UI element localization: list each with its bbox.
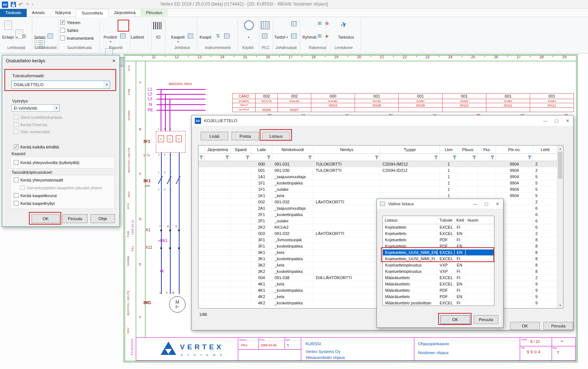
column-filter[interactable] [251,154,272,161]
table-row[interactable]: MääräluetteloPDFEN [383,294,494,300]
checkbox-yleinen[interactable]: Yleinen [60,20,81,25]
plc-icon[interactable] [261,21,270,29]
scroll-down-icon[interactable]: ▼ [557,302,563,308]
checkbox-keraa-flowsta[interactable]: Kerää Flow'sta [14,122,47,127]
kaapit-button[interactable]: Kaapit [200,35,211,39]
combo-caret-icon[interactable]: ▾ [53,105,59,111]
plc-edit-icon[interactable] [262,33,267,39]
tab-arkisto[interactable]: Arkisto [27,9,50,17]
column-filter[interactable] [478,154,496,161]
delete-button[interactable]: Poista [231,132,259,140]
log-delete-icon[interactable] [47,33,53,39]
table-row[interactable]: 001091-030TULOKORTTIC200H-ID212199042 [198,167,563,174]
column-header[interactable] [198,146,205,153]
ok-button[interactable]: OK [32,214,60,223]
group-remove-icon[interactable]: ⊗ [325,21,329,26]
checkbox-siirra-tuotetietokantaan[interactable]: Siirrä tuotetietokantaan [14,115,62,120]
kaapeli-caret-icon[interactable]: ▾ [177,40,179,43]
add-button[interactable]: Lisää [201,132,228,140]
table-row[interactable]: 1F1_sulake199045 [198,186,563,193]
scrollbar-thumb[interactable] [558,152,562,179]
kaapeli-button[interactable]: Kaapeli [171,35,185,39]
checkbox-instrumentointi[interactable]: Instrumentointi [60,36,93,40]
column-header[interactable]: Lkm [440,146,458,153]
output-format-select[interactable]: OSALUETTELO ▾ [12,81,110,89]
app-icon[interactable]: ED [2,1,8,8]
column-header[interactable]: Lehti [533,146,558,153]
column-header[interactable]: Tuloste [437,216,454,224]
titlebar[interactable]: ED ↶ ↷ ▾ Vertex ED 2019 / 25.0.03 (beta)… [0,0,588,9]
checkbox-keraa-kaapelihyllyt[interactable]: Kerää kaapelihyllyt [14,201,55,206]
redo-icon[interactable]: ↷ [25,2,29,7]
minimize-icon[interactable]: — [540,115,551,126]
table-row[interactable]: 1K1_kela199045 [198,193,563,199]
checkbox-keraa-yhteysviivoilta[interactable]: Kerää yhteysviivoilta (kytketyiltä) [14,160,79,165]
io-button[interactable]: IO [156,35,161,39]
column-header[interactable]: Piir.no. [496,146,533,153]
column-filter[interactable] [496,154,533,161]
close-icon[interactable]: ✕ [562,115,573,126]
column-header[interactable]: Kieli [454,216,466,224]
vertical-scrollbar[interactable]: ▲ ▼ [557,146,563,308]
checkbox-keraa-yhteysmateriaalit[interactable]: Kerää yhteysmateriaalit [14,177,63,182]
column-header[interactable]: Tyyppi [380,146,440,153]
close-icon[interactable]: ✕ [112,58,116,63]
listing-button[interactable]: Listaus [262,132,290,140]
column-header[interactable]: Listaus [383,216,437,224]
column-filter[interactable] [231,154,251,161]
undo-icon[interactable]: ↶ [19,2,23,7]
table-row[interactable]: KojeluettelopiirustusVXPFI [383,268,494,275]
ok-button[interactable]: OK [440,315,470,324]
tab-suunnittelu[interactable]: Suunnittelu [76,9,109,17]
checkbox-keraa-kaapelikourut[interactable]: Kerää kaapelikourut [14,193,57,198]
kaytot-motor-icon[interactable] [244,20,254,30]
column-filter[interactable] [458,154,478,161]
report-settings-icon[interactable] [120,33,126,39]
column-filter[interactable] [440,154,458,161]
maximize-icon[interactable]: ▢ [551,115,562,126]
table-row[interactable]: 1A1_taajuusmuuttaja199045 [198,174,563,180]
table-row[interactable]: MääräluetteloEXCELEN [383,281,494,287]
ok-button[interactable]: OK [510,322,540,330]
scroll-up-icon[interactable]: ▲ [557,146,563,151]
column-header[interactable]: Huom [466,216,494,224]
kojeluettelo-titlebar[interactable]: ED KOJELUETTELO — ▢ ✕ [192,115,573,126]
qat-customize-icon[interactable]: ▾ [32,3,34,6]
harness-table-icon[interactable] [291,33,297,39]
cancel-button[interactable]: Peruuta [62,214,88,223]
batch-run-icon[interactable] [4,21,12,30]
table-row[interactable]: KojeluetteloPDFFI [383,237,494,243]
column-filter[interactable] [198,154,205,161]
table-row[interactable]: KojeluettelopiirustusVXPEN [383,262,494,268]
checkbox-vain-numeroidut[interactable]: Vain numeroidut [14,129,50,134]
column-header[interactable]: Yks. [478,146,496,153]
cancel-button[interactable]: Peruuta [474,315,498,324]
laitteet-button[interactable]: Laitteet [131,35,144,39]
tab-jarjestelma[interactable]: Järjestelmä [109,9,141,17]
kaytot-caret-icon[interactable]: ▾ [248,36,249,39]
checkbox-keraa-kaikilta-lehdilta[interactable]: Kerää kaikilta lehdiltä [14,144,59,149]
table-row[interactable]: KojeluetteloEXCELFI [383,224,494,231]
column-header[interactable]: Sijainti [231,146,251,153]
tab-tiedosto[interactable]: Tiedosto [0,9,27,17]
table-row[interactable]: Kojeluettelo_UUSI_NIMI_FIEXCELFI [383,256,494,262]
maximize-icon[interactable]: ▢ [481,199,492,209]
table-row[interactable]: 000091-031TULOKORTTIC200H-IM212199042 [198,161,563,167]
positiot-caret-icon[interactable]: ▾ [110,40,111,43]
sheet-gear-icon[interactable]: ⚙ [22,33,26,39]
instrument-updown-icon[interactable]: ⇅ [216,33,220,38]
table-row[interactable]: MääräluetteloPDFFI [383,287,494,294]
tab-piirustus[interactable]: Piirustus [141,9,167,17]
column-filter[interactable] [205,154,231,161]
column-header[interactable]: Laite [251,146,272,153]
cable-grid-icon[interactable] [188,33,193,39]
positiot-button[interactable]: Positiot [104,35,117,39]
table-row[interactable]: KojeluetteloPDFEN [383,243,494,249]
group-diamond-icon[interactable]: ◈ [325,33,329,38]
eraajo-caret-icon[interactable]: ▾ [16,36,18,39]
osaluettelo-titlebar[interactable]: Osaluettelon keräys ✕ [2,55,119,66]
checkbox-samantyyppisten[interactable]: Samantyyppisten kaapelien pituudet yhtee… [20,185,102,190]
instrument-grid-icon[interactable] [224,33,230,39]
tiedot-button[interactable]: Tiedot [274,35,285,39]
tarkistus-plane-icon[interactable]: ✈ [339,19,349,30]
